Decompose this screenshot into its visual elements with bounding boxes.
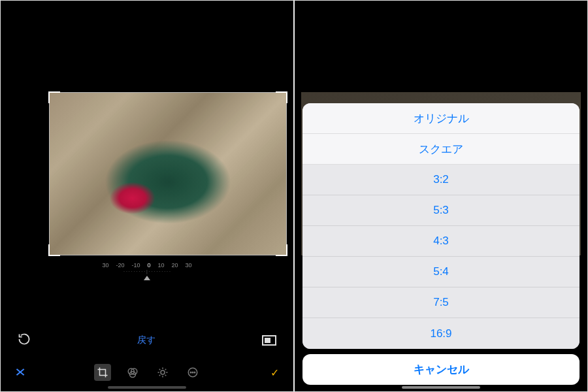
dial-ticks: · · · · · · · · · | · · · · · · · · · xyxy=(123,269,171,274)
aspect-option-4-3[interactable]: 4:3 xyxy=(302,226,580,257)
tab-crop[interactable] xyxy=(94,364,111,381)
aspect-ratio-button[interactable] xyxy=(262,335,276,346)
sheet-content: オリジナル スクエア 3:2 5:3 4:3 5:4 7:5 16:9 キャンセ… xyxy=(295,1,587,391)
tab-adjust[interactable] xyxy=(154,364,171,381)
dial-tick-labels: 30 -20 -10 0 10 20 30 xyxy=(102,262,191,269)
aspect-ratio-options: オリジナル スクエア 3:2 5:3 4:3 5:4 7:5 16:9 xyxy=(302,103,580,349)
aspect-option-7-5[interactable]: 7:5 xyxy=(302,287,580,318)
screenshot-pair: 30 -20 -10 0 10 20 30 · · · · · · · · · … xyxy=(0,0,588,392)
straighten-dial[interactable]: 30 -20 -10 0 10 20 30 · · · · · · · · · … xyxy=(1,262,293,280)
cancel-button[interactable]: ✕ xyxy=(14,365,26,380)
aspect-option-original[interactable]: オリジナル xyxy=(302,103,580,134)
aspect-option-square[interactable]: スクエア xyxy=(302,134,580,165)
crop-toolbar: 戻す xyxy=(1,333,293,348)
crop-handle-top-right[interactable] xyxy=(276,91,287,103)
crop-icon xyxy=(97,367,108,378)
reset-button[interactable]: 戻す xyxy=(137,335,155,346)
editor-content: 30 -20 -10 0 10 20 30 · · · · · · · · · … xyxy=(1,1,293,391)
crop-frame[interactable] xyxy=(49,92,287,255)
crop-handle-bottom-right[interactable] xyxy=(276,244,287,256)
dial-center-marker-icon xyxy=(144,276,150,280)
action-sheet: オリジナル スクエア 3:2 5:3 4:3 5:4 7:5 16:9 キャンセ… xyxy=(302,103,580,385)
svg-point-3 xyxy=(161,370,165,374)
rotate-button[interactable] xyxy=(18,333,31,348)
photo-preview xyxy=(50,93,286,255)
rotate-ccw-icon xyxy=(18,333,31,346)
home-indicator xyxy=(108,386,186,389)
phone-right-aspect-sheet: オリジナル スクエア 3:2 5:3 4:3 5:4 7:5 16:9 キャンセ… xyxy=(295,1,587,391)
bottom-toolbar: ✕ ✓ xyxy=(1,364,293,381)
aspect-option-5-3[interactable]: 5:3 xyxy=(302,195,580,226)
phone-left-crop-editor: 30 -20 -10 0 10 20 30 · · · · · · · · · … xyxy=(1,1,293,391)
checkmark-icon: ✓ xyxy=(270,367,279,378)
edit-mode-tabs xyxy=(94,364,201,381)
home-indicator xyxy=(402,386,480,389)
crop-handle-top-left[interactable] xyxy=(48,91,60,103)
aspect-option-5-4[interactable]: 5:4 xyxy=(302,257,580,287)
tab-more[interactable] xyxy=(184,364,201,381)
svg-point-5 xyxy=(190,372,191,373)
aspect-option-3-2[interactable]: 3:2 xyxy=(302,165,580,195)
adjust-icon xyxy=(157,367,169,378)
crop-handle-bottom-left[interactable] xyxy=(48,244,60,256)
done-button[interactable]: ✓ xyxy=(270,367,279,379)
svg-point-7 xyxy=(194,372,195,373)
sheet-cancel-button[interactable]: キャンセル xyxy=(302,354,580,385)
filters-icon xyxy=(127,367,139,378)
more-icon xyxy=(187,367,199,378)
svg-point-6 xyxy=(192,372,193,373)
tab-filters[interactable] xyxy=(124,364,141,381)
aspect-option-16-9[interactable]: 16:9 xyxy=(302,318,580,349)
close-icon: ✕ xyxy=(14,366,26,379)
